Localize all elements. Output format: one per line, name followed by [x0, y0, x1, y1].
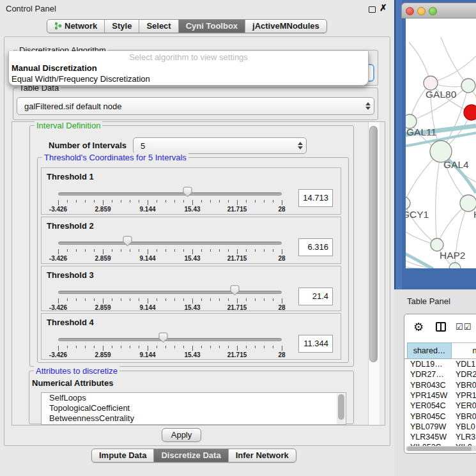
- dropdown-option-manual-discretization[interactable]: Manual Discretization: [11, 63, 366, 73]
- tab-style[interactable]: Style: [104, 20, 139, 33]
- network-node[interactable]: [424, 76, 438, 90]
- network-node[interactable]: [461, 79, 475, 93]
- table-row[interactable]: YER054CYER0: [404, 401, 476, 411]
- slider-tick: [148, 200, 148, 205]
- cell-shared-name: YDL19…: [410, 360, 443, 369]
- slider-tick-label: 9.144: [139, 351, 155, 358]
- slider-tick-label: 2.859: [95, 351, 111, 358]
- slider-tick: [85, 298, 86, 301]
- slider-tick: [228, 298, 229, 301]
- network-node[interactable]: [406, 197, 410, 210]
- float-panel-icon[interactable]: [369, 6, 376, 13]
- zoom-traffic-light[interactable]: [429, 7, 437, 15]
- threshold-slider-track[interactable]: [58, 291, 282, 294]
- slider-tick: [165, 346, 166, 348]
- slider-tick: [139, 200, 139, 203]
- attribute-list-item[interactable]: BetweennessCentrality: [42, 413, 346, 424]
- slider-tick: [157, 346, 157, 348]
- list-scrollbar-thumb[interactable]: [338, 394, 344, 420]
- slider-tick: [273, 298, 273, 301]
- tab-select[interactable]: Select: [139, 20, 178, 33]
- slider-tick: [121, 346, 121, 348]
- network-node[interactable]: [431, 238, 443, 251]
- slider-tick-label: -3.426: [49, 304, 67, 311]
- gear-icon[interactable]: ⚙: [413, 320, 424, 334]
- table-row[interactable]: YDR27…YDR2: [404, 370, 476, 380]
- threshold-slider-track[interactable]: [58, 192, 282, 196]
- close-traffic-light[interactable]: [406, 7, 414, 15]
- network-node[interactable]: [464, 105, 476, 120]
- app-window: Control Panel ✗ NetworkStyleSelectCyni T…: [0, 0, 476, 476]
- horizontal-scrollbar-thumb[interactable]: [407, 447, 472, 451]
- slider-tick: [94, 200, 95, 203]
- table-panel-title: Table Panel: [407, 296, 450, 306]
- network-canvas[interactable]: GAL80GCGAL11GAL4GCY1HHAP2: [406, 19, 476, 268]
- threshold-slider-thumb[interactable]: [183, 187, 192, 197]
- column-header-shared-name[interactable]: shared…: [407, 342, 452, 359]
- slider-tick: [201, 200, 202, 203]
- slider-tick: [183, 298, 184, 301]
- threshold-slider-thumb[interactable]: [230, 285, 240, 296]
- slider-tick: [228, 346, 229, 348]
- table-row[interactable]: YPR145WYPR1: [404, 391, 476, 401]
- attribute-list-item[interactable]: TopologicalCoefficient: [42, 403, 346, 413]
- slider-tick: [130, 298, 130, 301]
- slider-tick: [67, 298, 68, 301]
- tab-network[interactable]: Network: [47, 20, 104, 33]
- slider-tick: [85, 200, 86, 203]
- tab-cyni-toolbox[interactable]: Cyni Toolbox: [178, 20, 245, 33]
- cell-name: YDL1: [456, 360, 475, 369]
- apply-button[interactable]: Apply: [162, 428, 201, 442]
- network-window-titlebar[interactable]: [401, 3, 476, 19]
- attribute-list-item[interactable]: SelfLoops: [42, 393, 346, 403]
- slider-tick: [237, 249, 238, 254]
- horizontal-scrollbar-track[interactable]: [406, 446, 476, 451]
- minimize-traffic-light[interactable]: [417, 7, 426, 15]
- slider-tick: [94, 298, 95, 301]
- network-node[interactable]: [449, 263, 461, 268]
- slider-tick: [273, 346, 273, 348]
- dropdown-option-equal-width[interactable]: Equal Width/Frequency Discretization: [11, 74, 366, 84]
- tab-discretize-data[interactable]: Discretize Data: [153, 449, 227, 462]
- table-row[interactable]: YBL079WYBL0: [404, 422, 476, 433]
- table-row[interactable]: YBR043CYBR0: [404, 381, 476, 391]
- threshold-value-field[interactable]: 11.344: [298, 335, 333, 353]
- threshold-value-field[interactable]: 6.316: [298, 238, 333, 256]
- slider-tick: [139, 346, 139, 348]
- threshold-slider-track[interactable]: [58, 338, 282, 341]
- column-header-name[interactable]: na: [452, 342, 476, 359]
- slider-tick: [165, 249, 166, 252]
- table-row[interactable]: YDL19…YDL1: [404, 360, 476, 370]
- slider-tick: [246, 298, 247, 301]
- tab-impute-data[interactable]: Impute Data: [92, 449, 153, 462]
- list-scrollbar-track[interactable]: [337, 394, 345, 425]
- columns-icon[interactable]: [436, 322, 446, 332]
- close-icon[interactable]: ✗: [380, 3, 387, 13]
- slider-tick: [192, 298, 193, 303]
- threshold-slider-thumb[interactable]: [123, 236, 132, 247]
- vertical-scrollbar-thumb[interactable]: [369, 126, 378, 362]
- numerical-attributes-list: SelfLoopsTopologicalCoefficientBetweenne…: [41, 392, 346, 425]
- threshold-slider-track[interactable]: [58, 242, 282, 245]
- number-of-intervals-combo[interactable]: 5: [133, 137, 307, 154]
- slider-tick: [282, 298, 282, 303]
- slider-tick: [165, 200, 166, 203]
- slider-tick-label: -3.426: [49, 255, 67, 262]
- cell-name: YBR0: [456, 381, 476, 390]
- combo-stepper-icon: [295, 142, 306, 150]
- network-node-label: GCY1: [406, 209, 429, 220]
- threshold-slider-thumb[interactable]: [158, 332, 168, 343]
- network-node-label: H: [473, 209, 476, 220]
- table-row[interactable]: YLR345WYLR3: [404, 433, 476, 443]
- tab-infer-network[interactable]: Infer Network: [228, 449, 296, 462]
- slider-tick-label: 21.715: [227, 255, 247, 262]
- table-row[interactable]: YBR045CYBR0: [404, 412, 476, 422]
- table-data-combo[interactable]: galFiltered.sif default node: [17, 97, 374, 115]
- threshold-value-field[interactable]: 14.713: [298, 189, 333, 207]
- tab-jactivemnodules[interactable]: jActiveMNodules: [245, 20, 326, 33]
- threshold-value-field[interactable]: 21.4: [298, 288, 333, 305]
- threshold-row: Threshold 2-3.4262.8599.14415.4321.71528…: [41, 217, 341, 264]
- checkbox-icons[interactable]: ☑☑: [456, 322, 472, 332]
- slider-tick: [67, 346, 68, 348]
- slider-tick: [246, 249, 247, 252]
